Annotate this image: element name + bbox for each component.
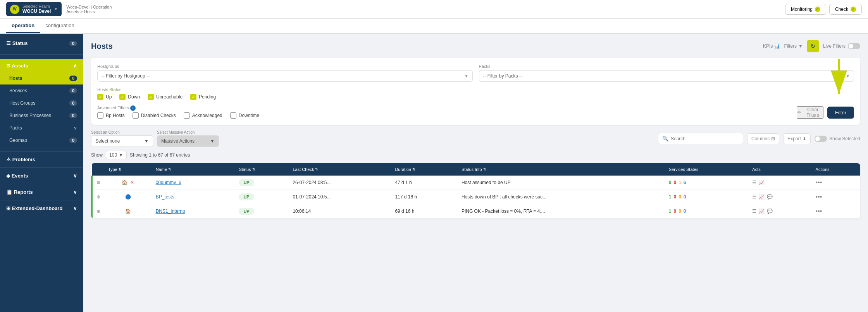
- show-entries-select[interactable]: 100 ▼: [106, 151, 127, 159]
- tab-configuration[interactable]: configuration: [40, 19, 79, 33]
- chart-icon[interactable]: 📈: [759, 209, 765, 214]
- info-icon[interactable]: i: [130, 105, 136, 111]
- sidebar-item-business-processes[interactable]: Business Processes 0: [0, 109, 83, 122]
- host-name-link[interactable]: DNS1_Interno: [156, 209, 185, 214]
- type-cell: 🔵: [104, 190, 152, 204]
- actions-menu-button[interactable]: •••: [816, 208, 822, 214]
- chevron-down-icon: ▼: [54, 7, 58, 11]
- sidebar-item-services[interactable]: Services 0: [0, 84, 83, 97]
- service-counts: 1 0 0 0: [669, 209, 745, 214]
- schedule-icon[interactable]: ☰: [752, 180, 756, 185]
- duration-cell: 69 d 16 h: [391, 204, 458, 219]
- show-selected-toggle[interactable]: [815, 136, 827, 142]
- checkbox-disabled-checks[interactable]: — Disabled Checks: [133, 112, 176, 119]
- col-name[interactable]: Name ⇅: [152, 163, 235, 176]
- refresh-button[interactable]: ↻: [807, 40, 819, 52]
- services-states-cell: 0 0 1 6: [665, 176, 749, 190]
- acts-icons: ☰ 📈: [752, 180, 808, 185]
- columns-button[interactable]: Columns ⊞: [747, 133, 779, 144]
- sidebar-item-hosts[interactable]: Hosts 0: [0, 72, 83, 84]
- chart-icon[interactable]: 📈: [759, 180, 765, 185]
- checkbox-pending[interactable]: ✓ Pending: [190, 94, 216, 100]
- divider-5: [0, 200, 83, 200]
- actions-cell[interactable]: •••: [812, 204, 860, 219]
- filter-apply-button[interactable]: Filter: [827, 107, 854, 119]
- sidebar-item-geomap[interactable]: Geomap 0: [0, 134, 83, 147]
- status-checkboxes: ✓ Up ✓ Down ✓ Unreachable ✓: [97, 94, 854, 100]
- checkbox-acknowledged[interactable]: — Acknowledged: [184, 112, 222, 119]
- monitoring-button[interactable]: Monitoring ✓: [785, 4, 826, 15]
- checkbox-downtime[interactable]: — Downtime: [230, 112, 259, 119]
- filters-button[interactable]: Filters ▼: [784, 43, 803, 49]
- sidebar-section-assets: ⊙ Assets ∧ Hosts 0 Services 0 Host Group…: [0, 56, 83, 150]
- sidebar-item-reports[interactable]: 📋 Reports ∨: [0, 186, 83, 198]
- export-button[interactable]: Export ⬇: [783, 133, 811, 144]
- chat-icon[interactable]: 💬: [767, 194, 773, 200]
- check-label: Check: [835, 7, 848, 12]
- sidebar-item-problems[interactable]: ⚠ Problems: [0, 153, 83, 166]
- chevron-down-icon: ▼: [465, 74, 468, 78]
- svc-red-count: 0: [673, 209, 676, 214]
- name-cell[interactable]: DNS1_Interno: [152, 204, 235, 219]
- schedule-icon[interactable]: ☰: [752, 194, 756, 200]
- host-type-icon: 🏠: [125, 209, 131, 214]
- actions-cell[interactable]: •••: [812, 190, 860, 204]
- expand-cell[interactable]: ⊕: [92, 190, 104, 204]
- status-info-cell: Hosts down of BP : all checks were suc..…: [458, 190, 665, 204]
- sidebar-item-assets[interactable]: ⊙ Assets ∧: [0, 59, 83, 72]
- col-status-info[interactable]: Status Info ⇅: [458, 163, 665, 176]
- name-cell[interactable]: 00dummy_6: [152, 176, 235, 190]
- col-type[interactable]: Type ⇅: [104, 163, 152, 176]
- show-selected-button[interactable]: Show Selected: [815, 136, 860, 142]
- realm-selector[interactable]: W Selected Realm WOCU Devel ▼: [6, 2, 62, 16]
- col-last-check[interactable]: Last Check ⇅: [289, 163, 391, 176]
- live-filters-switch[interactable]: [848, 43, 860, 49]
- svc-orange-count: 0: [679, 209, 681, 214]
- actions-menu-button[interactable]: •••: [816, 193, 822, 200]
- live-filters-toggle[interactable]: Live Filters: [823, 43, 860, 49]
- actions-menu-button[interactable]: •••: [816, 179, 822, 186]
- tab-operation[interactable]: operation: [6, 19, 40, 33]
- schedule-icon[interactable]: ☰: [752, 209, 756, 214]
- status-info-cell: Host assumed to be UP: [458, 176, 665, 190]
- col-status[interactable]: Status ⇅: [235, 163, 289, 176]
- clear-filters-button[interactable]: ✏ Clear Filters: [797, 106, 823, 119]
- select-none-select[interactable]: Select none ▼: [91, 135, 153, 147]
- chat-icon[interactable]: 💬: [767, 209, 773, 214]
- sidebar-item-status[interactable]: ☰ Status 0: [0, 37, 83, 50]
- name-cell[interactable]: BP_tests: [152, 190, 235, 204]
- expand-cell[interactable]: ⊕: [92, 176, 104, 190]
- checkbox-down-icon: ✓: [119, 94, 126, 100]
- col-duration[interactable]: Duration ⇅: [391, 163, 458, 176]
- hostgroups-select[interactable]: -- Filter by Hostgroup -- ▼: [97, 70, 473, 82]
- host-name-link[interactable]: 00dummy_6: [156, 180, 181, 185]
- chart-icon[interactable]: 📈: [759, 194, 765, 200]
- sidebar-item-host-groups[interactable]: Host Groups 0: [0, 97, 83, 109]
- last-check-cell: 10:06:14: [289, 204, 391, 219]
- table-row: ⊕ 🔵 BP_tests UP 01-07-2024 10:5... 117 d…: [92, 190, 860, 204]
- sidebar-item-packs[interactable]: Packs ∨: [0, 122, 83, 134]
- actions-cell[interactable]: •••: [812, 176, 860, 190]
- massive-actions-select[interactable]: Massive Actions ▼: [157, 135, 219, 147]
- checkbox-up[interactable]: ✓ Up: [97, 94, 112, 100]
- last-check-cell: 26-07-2024 08:5...: [289, 176, 391, 190]
- expand-cell[interactable]: ⊕: [92, 204, 104, 219]
- sidebar-item-extended-dashboard[interactable]: ⊞ Extended-Dashboard ∨: [0, 202, 83, 215]
- columns-icon: ⊞: [771, 136, 775, 141]
- checkbox-down[interactable]: ✓ Down: [119, 94, 140, 100]
- checkbox-bp-hosts[interactable]: — Bp Hosts: [97, 112, 125, 119]
- col-services-states[interactable]: Services States: [665, 163, 749, 176]
- search-box[interactable]: 🔍: [658, 133, 743, 144]
- kpis-button[interactable]: KPIs 📊: [763, 43, 780, 49]
- checkbox-unreachable[interactable]: ✓ Unreachable: [148, 94, 183, 100]
- sidebar-item-events[interactable]: ◈ Events ∨: [0, 169, 83, 182]
- packs-select[interactable]: -- Filter by Packs -- ▼: [479, 70, 854, 82]
- svc-green-count: 1: [669, 209, 672, 214]
- type-cell: 🏠 ✕: [104, 176, 152, 190]
- col-acts[interactable]: Acts: [748, 163, 811, 176]
- bp-badge: 0: [69, 113, 77, 118]
- host-name-link[interactable]: BP_tests: [156, 194, 174, 200]
- bar-chart-icon: 📊: [774, 43, 780, 49]
- check-button[interactable]: Check ✓: [829, 4, 862, 15]
- search-input[interactable]: [671, 136, 739, 141]
